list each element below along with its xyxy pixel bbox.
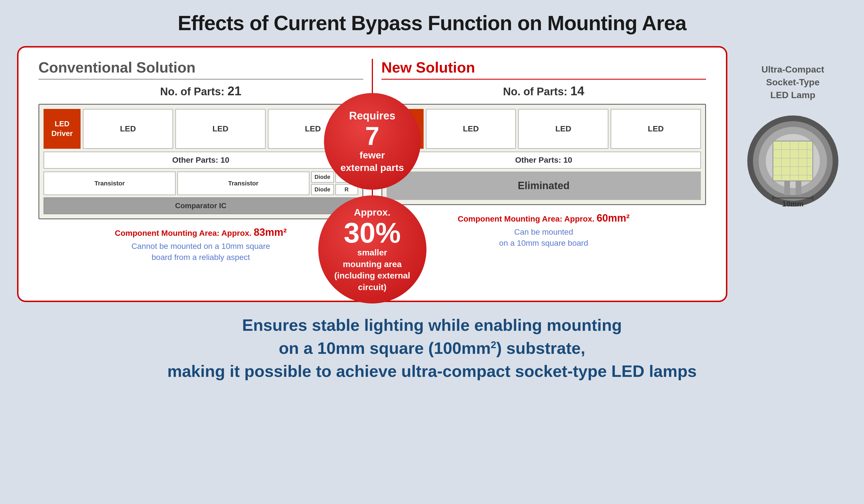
conventional-mounting-area: Component Mounting Area: Approx. 83mm² C…: [38, 226, 363, 263]
bubble-bottom-line2: smallermounting area(including externalc…: [334, 247, 410, 293]
conventional-board: LEDDriver LED LED LED Other Parts: 10 Tr…: [38, 104, 363, 219]
new-board: LEDDriver LED LED LED Other Parts: 10 El…: [382, 104, 706, 205]
solutions-row: Conventional Solution No. of Parts: 21 L…: [33, 59, 712, 263]
conventional-top-row: LEDDriver LED LED LED: [44, 109, 358, 149]
conventional-led-driver: LEDDriver: [44, 109, 81, 149]
new-other-parts: Other Parts: 10: [387, 151, 701, 169]
main-content: Conventional Solution No. of Parts: 21 L…: [17, 46, 847, 302]
footer-line3: making it possible to achieve ultra-comp…: [28, 359, 836, 383]
new-parts-count: No. of Parts: 14: [382, 84, 706, 98]
new-solution-title: New Solution: [382, 59, 706, 76]
lamp-section: Ultra-CompactSocket-TypeLED Lamp: [739, 46, 847, 215]
comparison-box: Conventional Solution No. of Parts: 21 L…: [17, 46, 727, 302]
new-eliminated: Eliminated: [387, 172, 701, 200]
svg-rect-14: [796, 181, 801, 195]
new-led-2: LED: [518, 109, 608, 149]
new-led-3: LED: [611, 109, 701, 149]
new-led-1: LED: [426, 109, 516, 149]
bubble-top-line2: fewerexternal parts: [340, 149, 404, 174]
footer-line1: Ensures stable lighting while enabling m…: [28, 314, 836, 336]
footer-line2: on a 10mm square (100mm2) substrate,: [28, 336, 836, 359]
conventional-mounting-area-title: Component Mounting Area: Approx. 83mm²: [38, 226, 363, 238]
footer-text: Ensures stable lighting while enabling m…: [17, 314, 847, 383]
new-mounting-note: Can be mounted on a 10mm square board: [382, 226, 706, 249]
bubble-smaller-area: Approx. 30% smallermounting area(includi…: [318, 195, 427, 304]
new-mounting-area-title: Component Mounting Area: Approx. 60mm²: [382, 212, 706, 224]
conventional-led-1: LED: [83, 109, 173, 149]
conventional-mounting-note: Cannot be mounted on a 10mm square board…: [38, 241, 363, 263]
new-top-row: LEDDriver LED LED LED: [387, 109, 701, 149]
center-bubbles: Requires 7 fewerexternal parts Approx. 3…: [318, 93, 427, 304]
conventional-led-2: LED: [175, 109, 266, 149]
conventional-transistor-1: Transistor: [44, 172, 176, 195]
conventional-bottom-row: Transistor Transistor Diode R Diode R: [44, 172, 358, 195]
bubble-fewer-parts: Requires 7 fewerexternal parts: [324, 93, 421, 190]
bubble-top-line1: Requires: [349, 109, 395, 123]
new-mounting-area: Component Mounting Area: Approx. 60mm² C…: [382, 212, 706, 249]
page-title: Effects of Current Bypass Function on Mo…: [178, 11, 686, 35]
lamp-svg: 10mm: [744, 107, 841, 212]
lamp-title: Ultra-CompactSocket-TypeLED Lamp: [761, 63, 824, 101]
svg-rect-13: [784, 181, 790, 195]
bubble-top-number: 7: [365, 123, 379, 149]
lamp-drawing: 10mm: [744, 107, 841, 215]
conventional-other-parts: Other Parts: 10: [44, 151, 358, 169]
conventional-title: Conventional Solution: [38, 59, 363, 76]
svg-rect-4: [773, 141, 813, 181]
conventional-transistor-2: Transistor: [177, 172, 310, 195]
conventional-parts-count: No. of Parts: 21: [38, 84, 363, 98]
bubble-bottom-percent: 30%: [344, 219, 400, 247]
svg-text:10mm: 10mm: [782, 200, 803, 208]
conventional-comparator: Comparator IC: [44, 197, 358, 214]
